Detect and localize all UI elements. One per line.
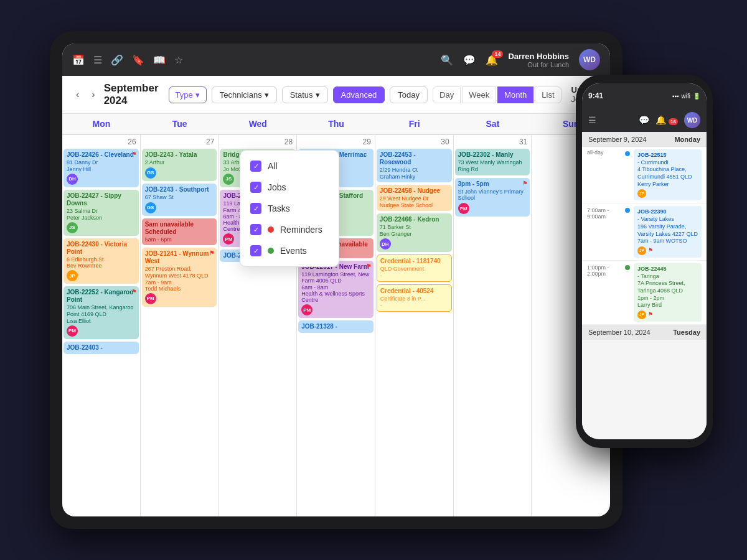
job-title: JOB-21241 - Wynnum West bbox=[145, 250, 214, 265]
top-bar-icons: 📅 ☰ 🔗 🔖 📖 ☆ bbox=[72, 54, 183, 66]
tablet-screen: 📅 ☰ 🔗 🔖 📖 ☆ 🔍 💬 🔔 14 Darren Hobbins Out … bbox=[62, 44, 610, 516]
list-icon[interactable]: ☰ bbox=[93, 54, 102, 66]
advanced-label: Advanced bbox=[341, 90, 377, 100]
status-filter-button[interactable]: Status ▾ bbox=[282, 86, 328, 103]
phone-user-avatar[interactable]: WD bbox=[684, 112, 700, 128]
job-title: 3pm - 5pm bbox=[458, 180, 527, 188]
month-view-button[interactable]: Month bbox=[497, 86, 533, 103]
job-card[interactable]: JOB-22302 - Manly 73 West Manly Warringa… bbox=[455, 149, 530, 175]
advanced-filter-button[interactable]: Advanced bbox=[333, 86, 385, 103]
phone-menu-icon[interactable]: ☰ bbox=[588, 115, 596, 125]
job-card[interactable]: JOB-21328 - bbox=[298, 320, 374, 333]
day-num-fri: 30 bbox=[377, 136, 452, 147]
week-label: Week bbox=[469, 90, 489, 100]
flag-icon: ⚑ bbox=[209, 250, 215, 256]
day-header-mon: Mon bbox=[62, 114, 141, 134]
job-card[interactable]: JOB-22430 - Victoria Point 6 Edinburgh S… bbox=[63, 238, 139, 284]
day-view-button[interactable]: Day bbox=[433, 86, 461, 103]
next-month-button[interactable]: › bbox=[88, 86, 98, 103]
job-card[interactable]: JOB-22466 - Kedron 71 Barker St Ben Gran… bbox=[377, 213, 452, 252]
check-tasks-icon: ✓ bbox=[250, 203, 261, 214]
job-addr: Certificate 3 in P... bbox=[380, 296, 448, 302]
bookmark-icon[interactable]: 🔖 bbox=[132, 54, 144, 66]
event-dot bbox=[625, 208, 630, 213]
flag-icon: ⚑ bbox=[131, 151, 137, 157]
phone-event-row-1pm: 1:00pm - 2:00pm JOB-22445 - Taringa7A Pr… bbox=[582, 261, 707, 325]
technicians-filter-button[interactable]: Technicians ▾ bbox=[212, 86, 277, 103]
phone-event-card[interactable]: JOB-22390 - Varsity Lakes196 Varsity Par… bbox=[634, 206, 702, 257]
notification-icon[interactable]: 🔔 14 bbox=[486, 54, 498, 66]
phone-job-person: Larry Bird bbox=[637, 302, 698, 309]
technicians-label: Technicians bbox=[220, 90, 262, 100]
job-card[interactable]: 3pm - 5pm St John Vianney's Primary Scho… bbox=[455, 178, 530, 217]
day-headers: Mon Tue Wed Thu Fri Sat Sun bbox=[62, 114, 610, 134]
all-day-label: all-day bbox=[587, 149, 621, 156]
dropdown-item-reminders[interactable]: ✓ Reminders bbox=[240, 219, 339, 240]
phone-event-card[interactable]: JOB-22515 - Currimundi4 Tibouchina Place… bbox=[634, 149, 702, 200]
status-chevron-icon: ▾ bbox=[316, 90, 320, 100]
avatar: JS bbox=[67, 222, 78, 233]
dropdown-item-all[interactable]: ✓ All bbox=[240, 156, 339, 177]
credential-card[interactable]: Credential - 40524 Certificate 3 in P...… bbox=[377, 284, 452, 312]
avatar: PM bbox=[458, 203, 469, 214]
job-card[interactable]: JOB-2243 - Southport 67 Shaw St GS bbox=[142, 184, 217, 216]
job-card[interactable]: JOB-2243 - Yatala 2 Arthur GS bbox=[142, 149, 217, 181]
star-icon[interactable]: ☆ bbox=[174, 54, 183, 66]
user-avatar[interactable]: WD bbox=[579, 49, 600, 70]
status-label: Status bbox=[290, 90, 313, 100]
book-icon[interactable]: 📖 bbox=[153, 54, 166, 66]
job-title: JOB-22302 - Manly bbox=[458, 151, 527, 159]
phone-job-person: Kerry Parker bbox=[637, 181, 698, 189]
job-card[interactable]: JOB-22403 - bbox=[63, 342, 139, 354]
avatar: PM bbox=[67, 325, 78, 337]
battery-icon: 🔋 bbox=[693, 93, 700, 100]
job-addr: QLD Government bbox=[380, 266, 448, 273]
job-card[interactable]: JOB-21241 - Wynnum West 267 Preston Road… bbox=[142, 248, 217, 307]
unavailable-card[interactable]: Sam unavailable Scheduled 5am - 6pm bbox=[142, 218, 217, 246]
phone-event-card-green[interactable]: JOB-22445 - Taringa7A Princess Street, T… bbox=[634, 263, 702, 322]
prev-month-button[interactable]: ‹ bbox=[72, 86, 83, 103]
phone-notification-badge: 16 bbox=[669, 118, 678, 125]
dropdown-item-tasks[interactable]: ✓ Tasks bbox=[240, 198, 339, 219]
message-icon[interactable]: 💬 bbox=[463, 54, 476, 66]
calendar-toolbar: ‹ › September 2024 Type ▾ Technicians ▾ … bbox=[62, 76, 610, 114]
month-title: September 2024 bbox=[104, 82, 159, 107]
link-icon[interactable]: 🔗 bbox=[111, 54, 123, 66]
job-card[interactable]: JOB-22427 - Sippy Downs 23 Salma Dr Pete… bbox=[63, 190, 139, 236]
job-card[interactable]: JOB-22426 - Cleveland 81 Danny Dr Jenny … bbox=[63, 149, 139, 187]
month-label: Month bbox=[504, 90, 527, 100]
phone-message-icon[interactable]: 💬 bbox=[639, 115, 649, 125]
day-header-tue: Tue bbox=[141, 114, 219, 134]
event-dot bbox=[625, 151, 630, 156]
search-icon[interactable]: 🔍 bbox=[441, 54, 453, 66]
job-title: JOB-22453 - Rosewood bbox=[380, 151, 449, 166]
job-card[interactable]: JOB-22453 - Rosewood 2/29 Hendra Ct Grah… bbox=[377, 149, 452, 182]
calendar-icon[interactable]: 📅 bbox=[72, 54, 85, 66]
phone-event-time: 1:00pm - 2:00pm bbox=[587, 263, 621, 277]
job-addr: 2 Arthur bbox=[145, 159, 214, 166]
list-view-button[interactable]: List bbox=[535, 86, 561, 103]
avatar: PM bbox=[301, 304, 312, 315]
credential-card[interactable]: Credential - 1181740 QLD Government - bbox=[377, 254, 452, 282]
phone-bell-icon[interactable]: 🔔 16 bbox=[655, 115, 678, 125]
type-chevron-icon: ▾ bbox=[195, 90, 200, 100]
reminders-dot bbox=[268, 226, 274, 233]
phone-avatar: JP bbox=[637, 189, 646, 198]
job-card[interactable]: JOB-22458 - Nudgee 29 West Nudgee Dr Nud… bbox=[377, 185, 452, 212]
type-filter-button[interactable]: Type ▾ bbox=[169, 86, 207, 103]
week-view-button[interactable]: Week bbox=[462, 86, 496, 103]
avatar: PM bbox=[223, 233, 234, 245]
dropdown-item-jobs[interactable]: ✓ Jobs bbox=[240, 177, 339, 198]
type-label: Type bbox=[176, 90, 193, 100]
job-title: JOB-22466 - Kedron bbox=[380, 216, 449, 223]
dropdown-item-events[interactable]: ✓ Events bbox=[240, 240, 339, 261]
signal-icon: ▪▪▪ bbox=[672, 93, 679, 100]
phone-device: 9:41 ▪▪▪ wifi 🔋 ☰ 💬 🔔 16 WD Se bbox=[576, 75, 713, 448]
job-person: 6am - 8am bbox=[301, 284, 370, 291]
top-bar: 📅 ☰ 🔗 🔖 📖 ☆ 🔍 💬 🔔 14 Darren Hobbins Out … bbox=[62, 44, 610, 76]
day-header-thu: Thu bbox=[297, 114, 375, 134]
job-card[interactable]: JOB-22317 - New Farm 119 Lamington Stree… bbox=[298, 261, 374, 319]
today-button[interactable]: Today bbox=[390, 86, 428, 103]
job-card[interactable]: JOB-22252 - Kangaroo Point 706 Main Stre… bbox=[63, 286, 139, 339]
day-col-sat: 31 JOB-22302 - Manly 73 West Manly Warri… bbox=[454, 135, 532, 516]
